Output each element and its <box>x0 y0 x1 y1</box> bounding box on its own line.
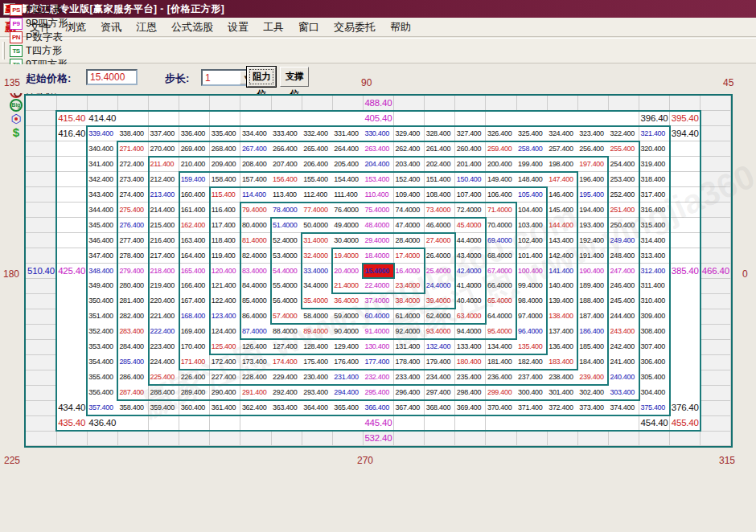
price-cell[interactable]: 146.400 <box>547 187 578 203</box>
price-cell[interactable]: 118.400 <box>210 233 241 248</box>
price-cell[interactable]: 327.400 <box>455 126 487 141</box>
price-cell[interactable]: 53.4000 <box>271 248 302 264</box>
price-cell[interactable]: 124.400 <box>210 324 241 339</box>
price-cell[interactable]: 270.400 <box>149 141 180 157</box>
price-cell[interactable]: 83.4000 <box>240 264 272 279</box>
price-cell[interactable]: 123.400 <box>210 309 241 324</box>
toolbar-button-P数字表[interactable]: PNP数字表 <box>10 31 68 44</box>
price-cell[interactable]: 309.400 <box>639 309 671 324</box>
price-cell[interactable]: 159.400 <box>179 172 211 187</box>
price-cell[interactable]: 25.4000 <box>425 264 456 279</box>
price-cell[interactable]: 141.400 <box>547 264 578 279</box>
price-cell[interactable]: 70.4000 <box>486 218 517 233</box>
price-cell[interactable]: 396.40 <box>639 111 671 126</box>
price-cell[interactable]: 154.400 <box>332 172 364 187</box>
price-cell[interactable]: 119.400 <box>210 248 241 264</box>
price-cell[interactable]: 115.400 <box>210 187 241 203</box>
price-cell[interactable]: 50.4000 <box>302 218 333 233</box>
price-cell[interactable]: 352.400 <box>87 324 118 339</box>
price-cell[interactable]: 74.4000 <box>394 203 425 218</box>
price-cell[interactable]: 375.400 <box>639 400 671 415</box>
price-cell[interactable]: 185.400 <box>577 339 609 354</box>
price-cell[interactable]: 274.400 <box>117 187 149 203</box>
price-cell[interactable]: 335.400 <box>210 126 241 141</box>
price-cell[interactable]: 220.400 <box>149 293 180 309</box>
price-cell[interactable]: 247.400 <box>608 264 639 279</box>
price-cell[interactable]: 213.400 <box>149 187 180 203</box>
price-cell[interactable]: 191.400 <box>577 248 609 264</box>
price-cell[interactable]: 364.400 <box>302 400 333 415</box>
price-cell[interactable]: 38.4000 <box>394 293 425 309</box>
price-cell[interactable]: 325.400 <box>516 126 548 141</box>
price-cell[interactable]: 234.400 <box>425 370 456 385</box>
price-cell[interactable]: 372.400 <box>547 400 578 415</box>
price-cell[interactable]: 153.400 <box>363 172 394 187</box>
price-cell[interactable]: 320.400 <box>639 141 671 157</box>
price-cell[interactable]: 358.400 <box>117 400 149 415</box>
price-cell[interactable]: 312.400 <box>639 264 671 279</box>
price-cell[interactable]: 315.400 <box>639 218 671 233</box>
price-cell[interactable]: 101.400 <box>516 248 548 264</box>
price-cell[interactable]: 36.4000 <box>332 293 364 309</box>
price-cell[interactable]: 47.4000 <box>394 218 425 233</box>
price-cell[interactable]: 363.400 <box>271 400 302 415</box>
price-cell[interactable]: 95.4000 <box>486 324 517 339</box>
price-cell[interactable]: 367.400 <box>394 400 425 415</box>
price-cell[interactable]: 58.4000 <box>302 309 333 324</box>
price-cell[interactable]: 84.4000 <box>240 278 272 293</box>
price-cell[interactable]: 89.4000 <box>302 324 333 339</box>
price-cell[interactable]: 326.400 <box>486 126 517 141</box>
price-cell[interactable]: 23.4000 <box>394 278 425 293</box>
price-cell[interactable]: 366.400 <box>363 400 394 415</box>
price-cell[interactable]: 132.400 <box>425 339 456 354</box>
price-cell[interactable]: 292.400 <box>271 385 302 400</box>
price-cell[interactable]: 199.400 <box>516 157 548 172</box>
price-cell[interactable]: 323.400 <box>577 126 609 141</box>
price-cell[interactable]: 72.4000 <box>455 203 487 218</box>
price-cell[interactable]: 250.400 <box>608 218 639 233</box>
price-cell[interactable]: 296.400 <box>394 385 425 400</box>
price-cell[interactable]: 157.400 <box>240 172 272 187</box>
price-cell[interactable]: 202.400 <box>425 157 456 172</box>
price-cell[interactable]: 43.4000 <box>455 248 487 264</box>
price-cell[interactable]: 97.4000 <box>516 309 548 324</box>
price-cell[interactable]: 162.400 <box>179 218 211 233</box>
price-cell[interactable]: 362.400 <box>240 400 272 415</box>
price-cell[interactable]: 102.400 <box>516 233 548 248</box>
price-cell[interactable]: 208.400 <box>240 157 272 172</box>
price-cell[interactable]: 262.400 <box>394 141 425 157</box>
price-cell[interactable]: 87.4000 <box>240 324 272 339</box>
price-cell[interactable]: 222.400 <box>149 324 180 339</box>
price-cell[interactable]: 395.40 <box>670 111 701 126</box>
price-cell[interactable]: 85.4000 <box>240 293 272 309</box>
price-cell[interactable]: 316.400 <box>639 203 671 218</box>
price-cell[interactable]: 114.400 <box>240 187 272 203</box>
price-cell[interactable]: 300.400 <box>516 385 548 400</box>
price-cell[interactable]: 273.400 <box>117 172 149 187</box>
price-cell[interactable]: 235.400 <box>455 370 487 385</box>
price-cell[interactable]: 143.400 <box>547 233 578 248</box>
price-cell[interactable]: 212.400 <box>149 172 180 187</box>
price-cell[interactable]: 225.400 <box>149 370 180 385</box>
price-cell[interactable]: 24.4000 <box>425 278 456 293</box>
price-cell[interactable]: 253.400 <box>608 172 639 187</box>
price-cell[interactable]: 165.400 <box>179 264 211 279</box>
price-cell[interactable]: 310.400 <box>639 293 671 309</box>
price-cell[interactable]: 29.4000 <box>363 233 394 248</box>
price-cell[interactable]: 68.4000 <box>486 248 517 264</box>
price-cell[interactable]: 226.400 <box>179 370 211 385</box>
start-price-input[interactable]: 15.4000 <box>86 69 138 85</box>
price-cell[interactable]: 150.400 <box>455 172 487 187</box>
price-cell[interactable]: 236.400 <box>486 370 517 385</box>
price-cell[interactable]: 303.400 <box>608 385 639 400</box>
price-cell[interactable]: 55.4000 <box>271 278 302 293</box>
price-cell[interactable]: 48.4000 <box>363 218 394 233</box>
price-cell[interactable]: 218.400 <box>149 264 180 279</box>
price-cell[interactable]: 104.400 <box>516 203 548 218</box>
selected-price-cell[interactable]: 15.4000 <box>363 264 394 279</box>
price-cell[interactable]: 158.400 <box>210 172 241 187</box>
price-cell[interactable]: 32.4000 <box>302 248 333 264</box>
price-cell[interactable]: 321.400 <box>639 126 671 141</box>
price-cell[interactable]: 231.400 <box>332 370 364 385</box>
price-cell[interactable]: 216.400 <box>149 233 180 248</box>
